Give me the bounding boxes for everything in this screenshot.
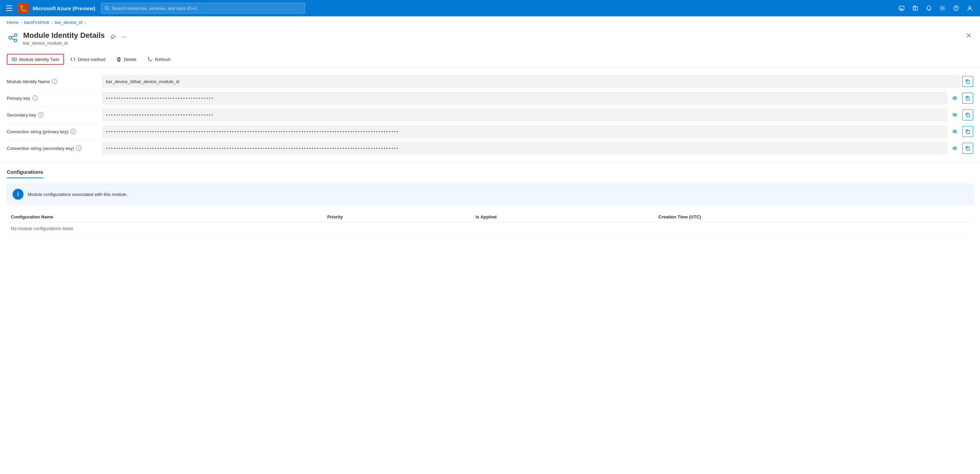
cloud-shell-icon[interactable] bbox=[896, 2, 908, 14]
module-identity-name-info[interactable]: i bbox=[52, 79, 57, 84]
svg-point-13 bbox=[123, 37, 124, 37]
module-identity-icon bbox=[7, 32, 19, 44]
info-message: Module configurations associated with th… bbox=[28, 192, 127, 197]
breadcrumb-hub[interactable]: barsFirstHub bbox=[24, 20, 49, 25]
secondary-key-row: Secondary key i bbox=[7, 107, 973, 123]
secondary-key-copy-button[interactable] bbox=[962, 109, 973, 120]
search-input[interactable] bbox=[112, 6, 301, 11]
fields-section: Module Identity Name i Primary key i bbox=[0, 68, 980, 162]
delete-button[interactable]: Delete bbox=[111, 54, 142, 65]
col-header-creation-time: Creation Time (UTC) bbox=[654, 212, 973, 222]
refresh-icon bbox=[148, 57, 153, 62]
connection-string-primary-copy-button[interactable] bbox=[962, 126, 973, 137]
breadcrumb-device[interactable]: bar_device_id bbox=[54, 20, 82, 25]
notification-icon[interactable] bbox=[923, 2, 935, 14]
page-title: Module Identity Details bbox=[23, 31, 105, 40]
connection-string-secondary-input[interactable] bbox=[102, 142, 947, 154]
primary-key-info[interactable]: i bbox=[32, 96, 38, 101]
connection-string-secondary-copy-button[interactable] bbox=[962, 143, 973, 154]
primary-key-copy-button[interactable] bbox=[962, 93, 973, 104]
account-icon[interactable] bbox=[964, 2, 976, 14]
svg-point-12 bbox=[122, 37, 122, 37]
svg-point-25 bbox=[954, 131, 956, 132]
primary-key-eye-button[interactable] bbox=[949, 93, 960, 104]
col-header-is-applied: Is Applied bbox=[471, 212, 654, 222]
module-identity-name-value-wrapper bbox=[102, 75, 973, 88]
refresh-button[interactable]: Refresh bbox=[143, 54, 175, 65]
col-header-priority: Priority bbox=[323, 212, 472, 222]
breadcrumb: Home › barsFirstHub › bar_device_id › bbox=[0, 16, 980, 28]
connection-string-secondary-value-wrapper bbox=[102, 142, 973, 154]
svg-point-19 bbox=[954, 97, 956, 99]
svg-point-22 bbox=[954, 114, 956, 115]
help-icon[interactable] bbox=[950, 2, 962, 14]
table-header-row: Configuration Name Priority Is Applied C… bbox=[7, 212, 973, 222]
connection-string-secondary-info[interactable]: i bbox=[76, 145, 81, 151]
svg-rect-23 bbox=[967, 114, 969, 117]
module-identity-name-input[interactable] bbox=[102, 75, 960, 88]
secondary-key-input[interactable] bbox=[102, 109, 947, 121]
page-header-text: Module Identity Details bar_device_modul… bbox=[23, 31, 105, 46]
svg-line-11 bbox=[11, 38, 14, 40]
secondary-key-label: Secondary key i bbox=[7, 112, 102, 118]
connection-string-primary-input[interactable] bbox=[102, 125, 947, 138]
svg-point-8 bbox=[14, 34, 17, 37]
svg-point-6 bbox=[969, 6, 971, 8]
connection-string-primary-row: Connection string (primary key) i bbox=[7, 123, 973, 140]
configurations-table: Configuration Name Priority Is Applied C… bbox=[7, 212, 973, 235]
direct-method-button[interactable]: Direct method bbox=[65, 54, 110, 65]
twin-icon bbox=[11, 57, 17, 62]
secondary-key-eye-button[interactable] bbox=[949, 109, 960, 120]
svg-point-24 bbox=[953, 130, 957, 133]
svg-line-10 bbox=[11, 36, 14, 37]
page-header: Module Identity Details bar_device_modul… bbox=[0, 28, 980, 51]
delete-icon bbox=[116, 57, 122, 62]
module-identity-name-row: Module Identity Name i bbox=[7, 73, 973, 90]
search-bar[interactable] bbox=[101, 3, 305, 14]
page-header-actions bbox=[109, 33, 128, 41]
svg-point-2 bbox=[915, 8, 916, 8]
breadcrumb-sep-2: › bbox=[51, 21, 53, 24]
directory-icon[interactable] bbox=[909, 2, 921, 14]
info-banner: i Module configurations associated with … bbox=[7, 184, 973, 205]
main-content: Home › barsFirstHub › bar_device_id › Mo… bbox=[0, 16, 980, 474]
table-empty-row: No module configurations listed. bbox=[7, 222, 973, 235]
search-icon bbox=[105, 6, 109, 11]
module-identity-name-label: Module Identity Name i bbox=[7, 79, 102, 84]
brand-label: Microsoft Azure (Preview) bbox=[33, 5, 95, 11]
configurations-title: Configurations bbox=[7, 169, 43, 178]
hamburger-menu[interactable] bbox=[4, 3, 15, 14]
azure-bug-icon: 🐛 bbox=[18, 3, 29, 14]
toolbar: Module Identity Twin Direct method Delet… bbox=[0, 51, 980, 68]
page-header-left: Module Identity Details bar_device_modul… bbox=[7, 31, 128, 46]
connection-string-secondary-eye-button[interactable] bbox=[949, 143, 960, 154]
secondary-key-info[interactable]: i bbox=[38, 112, 44, 118]
secondary-key-value-wrapper bbox=[102, 109, 973, 121]
connection-string-primary-eye-button[interactable] bbox=[949, 126, 960, 137]
connection-string-primary-info[interactable]: i bbox=[70, 129, 76, 134]
module-identity-twin-button[interactable]: Module Identity Twin bbox=[7, 54, 64, 65]
settings-icon[interactable] bbox=[936, 2, 949, 14]
topbar-icons bbox=[896, 2, 976, 14]
code-icon bbox=[70, 57, 76, 62]
svg-point-9 bbox=[14, 39, 17, 42]
module-identity-name-copy-button[interactable] bbox=[962, 76, 973, 87]
breadcrumb-sep-1: › bbox=[21, 21, 22, 24]
col-header-config-name: Configuration Name bbox=[7, 212, 323, 222]
svg-point-28 bbox=[954, 148, 956, 149]
primary-key-input[interactable] bbox=[102, 92, 947, 104]
pin-button[interactable] bbox=[109, 33, 117, 41]
svg-point-3 bbox=[942, 8, 943, 9]
info-icon: i bbox=[13, 189, 24, 199]
connection-string-secondary-label: Connection string (secondary key) i bbox=[7, 145, 102, 151]
breadcrumb-home[interactable]: Home bbox=[7, 20, 19, 25]
close-button[interactable] bbox=[964, 31, 973, 41]
svg-rect-15 bbox=[12, 58, 14, 61]
more-options-button[interactable] bbox=[120, 33, 128, 41]
connection-string-primary-label: Connection string (primary key) i bbox=[7, 129, 102, 134]
svg-point-27 bbox=[953, 147, 957, 150]
svg-rect-1 bbox=[899, 6, 904, 10]
svg-point-7 bbox=[9, 37, 11, 39]
primary-key-value-wrapper bbox=[102, 92, 973, 104]
svg-rect-16 bbox=[15, 58, 17, 61]
